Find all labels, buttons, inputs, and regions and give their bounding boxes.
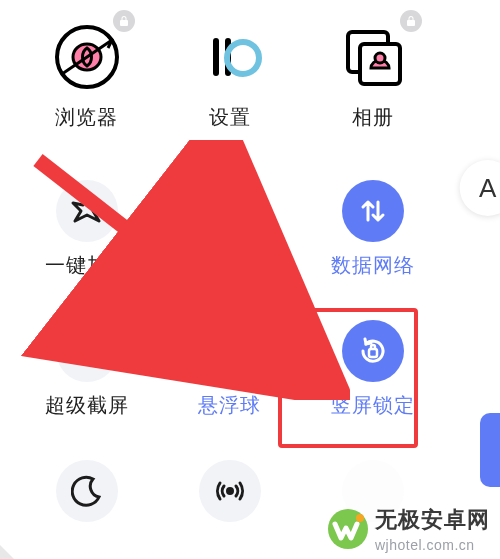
app-row: 浏览器 设置	[0, 20, 460, 131]
tile-label: 悬浮球	[198, 392, 261, 419]
tile-dnd[interactable]	[30, 460, 143, 522]
gallery-icon	[336, 20, 410, 94]
watermark-logo-icon	[327, 508, 369, 550]
tile-gallery[interactable]: 相册	[317, 20, 430, 131]
page-corner-fold	[0, 545, 14, 559]
lock-badge-icon	[400, 10, 422, 32]
svg-point-11	[225, 346, 235, 356]
moon-icon	[56, 460, 118, 522]
tile-settings[interactable]: 设置	[173, 20, 286, 131]
settings-icon	[193, 20, 267, 94]
svg-rect-8	[224, 200, 236, 222]
text-size-label: A	[479, 173, 496, 204]
text-size-badge[interactable]: A	[460, 160, 500, 216]
tile-label: 数据网络	[331, 252, 415, 279]
screenshot-icon: S	[56, 320, 118, 382]
svg-point-10	[217, 338, 243, 364]
tile-label: 相册	[352, 104, 394, 131]
tile-label: 浏览器	[55, 104, 118, 131]
toggle-row-2: S 超级截屏 悬浮球 竖屏锁定	[0, 320, 460, 419]
portrait-lock-icon	[342, 320, 404, 382]
lock-icon	[118, 15, 130, 27]
toggle-row-1: 一键加速 振动模式 数据网络	[0, 180, 460, 279]
tile-label: 一键加速	[45, 252, 129, 279]
watermark-title: 无极安卓网	[375, 505, 490, 535]
tile-label: 超级截屏	[45, 392, 129, 419]
tile-vibration[interactable]: 振动模式	[173, 180, 286, 279]
svg-point-13	[226, 487, 234, 495]
quick-settings-panel: 浏览器 设置	[0, 0, 500, 559]
watermark-url: wjhotel.com.cn	[375, 537, 490, 553]
data-icon	[342, 180, 404, 242]
svg-point-17	[356, 514, 364, 522]
watermark: 无极安卓网 wjhotel.com.cn	[327, 505, 490, 553]
tile-label: 竖屏锁定	[331, 392, 415, 419]
svg-text:S: S	[82, 343, 91, 359]
svg-point-4	[227, 42, 259, 74]
svg-rect-2	[213, 38, 219, 76]
vibration-icon	[199, 180, 261, 242]
scroll-handle[interactable]	[480, 413, 500, 487]
tile-portrait-lock[interactable]: 竖屏锁定	[317, 320, 430, 419]
svg-point-7	[375, 53, 385, 63]
svg-rect-12	[369, 349, 377, 357]
tile-label: 振动模式	[188, 252, 272, 279]
boost-icon	[56, 180, 118, 242]
floating-ball-icon	[199, 320, 261, 382]
tile-browser[interactable]: 浏览器	[30, 20, 143, 131]
tile-hotspot[interactable]	[173, 460, 286, 522]
lock-icon	[405, 15, 417, 27]
tile-label: 设置	[209, 104, 251, 131]
browser-icon	[50, 20, 124, 94]
tile-super-screenshot[interactable]: S 超级截屏	[30, 320, 143, 419]
tile-floating-ball[interactable]: 悬浮球	[173, 320, 286, 419]
lock-badge-icon	[113, 10, 135, 32]
tile-mobile-data[interactable]: 数据网络	[317, 180, 430, 279]
hotspot-icon	[199, 460, 261, 522]
tile-speed-boost[interactable]: 一键加速	[30, 180, 143, 279]
